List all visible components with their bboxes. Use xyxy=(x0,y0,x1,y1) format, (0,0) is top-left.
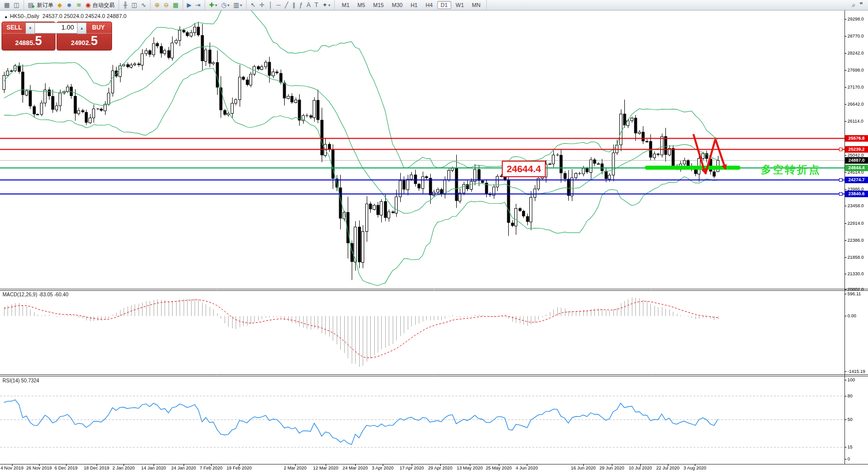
timeframe-m5[interactable]: M5 xyxy=(354,1,369,9)
volume-input[interactable]: 1.00 xyxy=(35,23,77,34)
zoom-in-icon[interactable]: ⊕ xyxy=(153,1,161,9)
chart-collapse-icon[interactable]: ▲ xyxy=(4,15,8,19)
signals-icon[interactable]: ≋ xyxy=(75,1,83,9)
timeframe-h1[interactable]: H1 xyxy=(407,1,421,9)
autotrading-button-label: 自动交易 xyxy=(93,2,115,9)
data-window-icon[interactable]: ◫ xyxy=(12,1,21,9)
price-axis-tick-label: 28242.0 xyxy=(847,51,864,56)
history-center-icon: ◆ xyxy=(58,2,62,9)
price-annotation-box[interactable]: 24644.4 xyxy=(502,161,546,177)
dropdown-arrow-icon[interactable]: ▾ xyxy=(227,3,229,8)
fibonacci-icon[interactable]: ƒ xyxy=(298,1,304,9)
time-axis-label: 22 Jul 2020 xyxy=(656,465,680,470)
time-axis-label: 3 Aug 2020 xyxy=(683,465,706,470)
time-axis-label: 4 Nov 2019 xyxy=(1,465,24,470)
indicators-icon[interactable]: ✚▾ xyxy=(208,1,219,9)
charts-grid-icon[interactable]: ▦ xyxy=(3,1,11,9)
dropdown-arrow-icon[interactable]: ▾ xyxy=(328,3,330,8)
price-axis-tick-label: 21330.0 xyxy=(847,271,864,276)
macd-axis-tick-label: -1415.19 xyxy=(847,369,865,374)
timeframe-m1[interactable]: M1 xyxy=(338,1,353,9)
chart-title: ▲HK50-,Daily 24537.0 25024.0 24524.0 248… xyxy=(4,13,127,19)
macd-indicator-label: MACD(12,26,9) -83.05 -60.40 xyxy=(3,292,69,297)
chart-symbol-period: HK50-,Daily xyxy=(10,13,40,19)
time-axis-label: 2 Jan 2020 xyxy=(113,465,135,470)
timeframe-m30[interactable]: M30 xyxy=(388,1,406,9)
zoom-out-icon: ⊖ xyxy=(164,2,169,9)
macd-axis-tick-label: 0.00 xyxy=(847,313,856,318)
price-chart-canvas[interactable] xyxy=(0,0,868,473)
crosshair-icon: ✛ xyxy=(260,2,265,9)
crosshair-icon[interactable]: ✛ xyxy=(258,1,266,9)
price-level-label: 24274.7 xyxy=(845,177,868,183)
line-chart-icon[interactable]: ∿ xyxy=(140,1,148,9)
horizontal-line-icon[interactable]: ─ xyxy=(275,1,282,9)
price-axis-tick-label: 29298.0 xyxy=(847,17,864,22)
cursor-icon[interactable]: ↖ xyxy=(249,1,257,9)
auto-scroll-icon[interactable]: ▶ xyxy=(186,1,193,9)
vertical-line-icon: │ xyxy=(269,2,273,9)
rsi-axis-tick-label: 100 xyxy=(847,377,855,382)
metaeditor-icon: ☻ xyxy=(66,2,73,9)
toolbar-group: ✚▾◷▾▥▾ xyxy=(205,0,247,10)
time-axis-label: 7 Feb 2020 xyxy=(200,465,223,470)
chart-shift-icon[interactable]: ⇥ xyxy=(194,1,202,9)
dropdown-arrow-icon[interactable]: ▾ xyxy=(215,3,217,8)
search-icon[interactable]: ⌕ xyxy=(850,1,857,9)
history-center-icon[interactable]: ◆ xyxy=(56,1,64,9)
signals-icon: ≋ xyxy=(77,2,82,9)
tile-windows-icon[interactable]: ▦ xyxy=(171,1,180,9)
time-axis-label: 18 Dec 2019 xyxy=(84,465,109,470)
candlestick-chart-icon[interactable]: ◫ xyxy=(130,1,139,9)
autotrading-icon: ◉ xyxy=(86,2,91,9)
volume-increase-button[interactable]: ▲ xyxy=(77,23,87,34)
time-axis-label: 29 Apr 2020 xyxy=(428,465,453,470)
zoom-in-icon: ⊕ xyxy=(155,2,160,9)
candlestick-chart-icon: ◫ xyxy=(132,2,137,9)
search-icon: ⌕ xyxy=(852,2,855,9)
metaeditor-icon[interactable]: ☻ xyxy=(65,1,74,9)
volume-decrease-button[interactable]: ▼ xyxy=(26,23,35,34)
sell-price: 24885.5 xyxy=(2,35,55,49)
timeframe-m15[interactable]: M15 xyxy=(370,1,387,9)
chart-shift-icon: ⇥ xyxy=(196,2,201,9)
price-axis-tick-label: 22386.0 xyxy=(847,238,864,243)
zoom-out-icon[interactable]: ⊖ xyxy=(162,1,170,9)
timeframe-h4[interactable]: H4 xyxy=(422,1,436,9)
time-axis-label: 3 Apr 2020 xyxy=(372,465,394,470)
price-axis-tick-label: 22914.0 xyxy=(847,221,864,226)
time-axis-label: 12 Mar 2020 xyxy=(313,465,339,470)
timeframe-mn[interactable]: MN xyxy=(468,1,484,9)
equidistant-channel-icon[interactable]: ∥ xyxy=(291,1,297,9)
periods-icon[interactable]: ◷▾ xyxy=(220,1,231,9)
dropdown-arrow-icon[interactable]: ▾ xyxy=(240,3,242,8)
time-axis-label: 25 May 2020 xyxy=(486,465,512,470)
chat-icon: ❞ xyxy=(859,2,863,9)
text-label-icon[interactable]: T xyxy=(313,1,320,9)
arrows-icon: ✦ xyxy=(322,2,327,9)
price-level-label: 23840.6 xyxy=(845,191,868,197)
macd-axis-tick-label: 596.11 xyxy=(847,291,861,296)
text-label-icon: T xyxy=(315,2,318,9)
text-icon[interactable]: A xyxy=(305,1,312,9)
chat-icon[interactable]: ❞ xyxy=(858,1,864,9)
turning-point-annotation[interactable]: 多空转折点 xyxy=(761,163,821,177)
time-axis-label: 24 Jan 2020 xyxy=(171,465,196,470)
time-axis-label: 26 Nov 2019 xyxy=(26,465,52,470)
templates-icon[interactable]: ▥▾ xyxy=(232,1,243,9)
arrows-icon[interactable]: ✦▾ xyxy=(321,1,332,9)
indicators-icon: ✚ xyxy=(209,2,214,9)
timeframe-d1[interactable]: D1 xyxy=(437,1,451,9)
trendline-icon[interactable]: ╱ xyxy=(283,1,290,9)
rsi-axis-tick-label: 80 xyxy=(847,393,852,398)
timeframe-w1[interactable]: W1 xyxy=(452,1,468,9)
bar-chart-icon: ╫ xyxy=(123,2,128,9)
bar-chart-icon[interactable]: ╫ xyxy=(122,1,129,9)
toolbar-group: ▤✚新订单◆☻≋◉自动交易 xyxy=(24,0,119,10)
time-axis-label: 16 Jun 2020 xyxy=(571,465,596,470)
autotrading-button[interactable]: ◉自动交易 xyxy=(84,1,116,10)
time-axis-label: 19 Feb 2020 xyxy=(227,465,252,470)
new-order-button[interactable]: ▤✚新订单 xyxy=(27,1,55,10)
vertical-line-icon[interactable]: │ xyxy=(267,1,274,9)
periods-icon: ◷ xyxy=(221,2,226,9)
